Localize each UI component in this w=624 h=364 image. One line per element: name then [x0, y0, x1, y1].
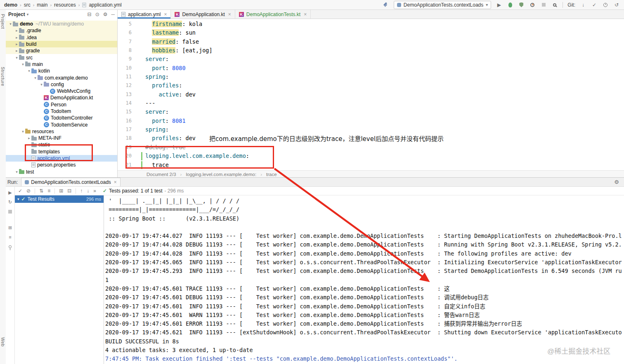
- tree-collapsed-arrow[interactable]: ▸: [14, 28, 19, 33]
- tree-expanded-arrow[interactable]: ▾: [21, 129, 25, 134]
- tree-item-kotlin[interactable]: ▾kotlin: [6, 68, 117, 74]
- next-failed-test-icon[interactable]: ↓: [87, 188, 89, 194]
- settings-gear-icon[interactable]: ⚙: [103, 12, 108, 17]
- code-line-15[interactable]: 15server:: [118, 108, 624, 116]
- tree-item-person-properties[interactable]: person.properties: [6, 162, 117, 168]
- code-line-16[interactable]: 16 port: 8081: [118, 117, 624, 125]
- breadcrumb-item[interactable]: src: [24, 2, 31, 8]
- tab-close-icon[interactable]: ×: [304, 12, 307, 17]
- tree-collapsed-arrow[interactable]: ▸: [27, 136, 31, 140]
- tree-item-com-example-demo[interactable]: ▾com.example.demo: [6, 74, 117, 81]
- tree-item-gradle[interactable]: ▸.gradle: [6, 27, 117, 34]
- tab-close-icon[interactable]: ×: [228, 12, 231, 17]
- debug-button[interactable]: [507, 2, 513, 8]
- more-actions-icon[interactable]: »: [93, 188, 96, 194]
- sort-alphabetically-icon[interactable]: ⇅: [39, 188, 43, 194]
- tab-demoapplication-kt[interactable]: KDemoApplication.kt×: [171, 10, 235, 19]
- tree-collapsed-arrow[interactable]: ▸: [14, 35, 19, 40]
- breadcrumb-item[interactable]: logging.level.com.example.demo:: [186, 172, 256, 177]
- tree-expanded-arrow[interactable]: ▾: [17, 197, 19, 201]
- tree-item-static[interactable]: static: [6, 141, 117, 148]
- tree-item-meta-inf[interactable]: ▸META-INF: [6, 135, 117, 141]
- tree-expanded-arrow[interactable]: ▾: [39, 82, 44, 87]
- rerun-button[interactable]: ▶: [8, 190, 12, 195]
- code-line-20[interactable]: 20logging.level.com.example.demo:: [118, 152, 624, 160]
- show-passed-icon[interactable]: ✓: [18, 188, 22, 194]
- settings-gear-icon[interactable]: ⚙: [614, 179, 619, 185]
- rollback-button[interactable]: ↺: [613, 2, 620, 8]
- options-menu-button[interactable]: ≡: [9, 235, 11, 240]
- stop-button[interactable]: [8, 209, 12, 214]
- tree-item-main[interactable]: ▾main: [6, 61, 117, 68]
- breadcrumb-item[interactable]: application.yml: [89, 2, 121, 8]
- previous-failed-test-icon[interactable]: ↑: [80, 188, 83, 194]
- code-line-5[interactable]: 5 firstname: kola: [118, 20, 624, 28]
- tree-item-resources[interactable]: ▾resources: [6, 128, 117, 135]
- tree-item-webmvcconfig[interactable]: CWebMvcConfig: [6, 88, 117, 94]
- tree-item-build[interactable]: ▸build: [6, 41, 117, 47]
- stop-button[interactable]: [540, 2, 547, 8]
- git-update-button[interactable]: ↓: [580, 2, 586, 8]
- tree-item-todoitemcontroller[interactable]: CTodoItemController: [6, 115, 117, 121]
- tab-demoapplicationtests-kt[interactable]: KDemoApplicationTests.kt×: [235, 10, 311, 19]
- breadcrumb-item[interactable]: resources: [54, 2, 76, 8]
- code-line-8[interactable]: 8 hobbies: [eat,jog]: [118, 46, 624, 55]
- project-panel-title[interactable]: Project: [8, 12, 25, 17]
- tree-item-todoitem[interactable]: CTodoItem: [6, 108, 117, 115]
- tree-expanded-arrow[interactable]: ▾: [8, 22, 13, 26]
- locate-file-icon[interactable]: ⊙: [95, 12, 99, 17]
- code-line-17[interactable]: 17spring:: [118, 125, 624, 134]
- tree-expanded-arrow[interactable]: ▾: [14, 56, 19, 60]
- tree-item-gradle[interactable]: ▸gradle: [6, 47, 117, 54]
- code-line-9[interactable]: 9server:: [118, 55, 624, 63]
- tree-expanded-arrow[interactable]: ▾: [21, 62, 25, 66]
- tree-item-src[interactable]: ▾src: [6, 54, 117, 61]
- sort-by-duration-icon[interactable]: ≡: [47, 188, 50, 194]
- code-area[interactable]: 5 firstname: kola6 lastname: sun7 marrie…: [118, 19, 624, 170]
- breadcrumb-item[interactable]: demo: [4, 2, 17, 8]
- code-line-13[interactable]: 13 active: dev: [118, 90, 624, 99]
- tree-item-templates[interactable]: templates: [6, 148, 117, 155]
- code-line-21[interactable]: 21 trace: [118, 161, 624, 169]
- tree-item-demo[interactable]: ▾demo~/TWU learning/demo: [6, 21, 117, 27]
- rerun-failed-button[interactable]: ↻: [8, 200, 12, 205]
- git-commit-button[interactable]: ✓: [591, 2, 598, 8]
- code-line-14[interactable]: 14---: [118, 99, 624, 108]
- code-line-6[interactable]: 6 lastname: sun: [118, 28, 624, 37]
- tree-item-config[interactable]: ▾config: [6, 81, 117, 88]
- test-results-row[interactable]: ▾ ✓ Test Results 296 ms: [15, 195, 104, 203]
- code-line-11[interactable]: 11spring:: [118, 73, 624, 81]
- tool-window-structure-button[interactable]: Structure: [0, 67, 5, 86]
- console-output[interactable]: ' |____| .__|_| |_|_| |_\__, | / / / / =…: [104, 195, 624, 364]
- breadcrumb-item[interactable]: trace: [266, 172, 277, 177]
- collapse-all-icon[interactable]: ⊟: [87, 12, 92, 17]
- code-line-19[interactable]: 19#debug: true: [118, 143, 624, 152]
- coverage-button[interactable]: [518, 2, 525, 8]
- tree-item-idea[interactable]: ▸.idea: [6, 34, 117, 41]
- collapse-all-icon[interactable]: ⊟: [67, 188, 71, 194]
- tree-item-person[interactable]: CPerson: [6, 101, 117, 108]
- tree-item-demoapplication-kt[interactable]: KDemoApplication.kt: [6, 94, 117, 101]
- run-tab[interactable]: DemoApplicationTests.contextLoads ×: [21, 178, 120, 186]
- show-ignored-icon[interactable]: ⊘: [26, 188, 31, 194]
- tree-item-test[interactable]: ▾test: [6, 169, 117, 175]
- build-button[interactable]: [383, 2, 389, 8]
- run-configuration-select[interactable]: DemoApplicationTests.contextLoads ▾: [394, 1, 491, 9]
- tree-item-application-yml[interactable]: application.yml: [6, 155, 117, 162]
- search-everywhere-button[interactable]: [551, 2, 558, 8]
- tree-expanded-arrow[interactable]: ▾: [14, 170, 19, 174]
- run-button[interactable]: ▶: [496, 2, 502, 8]
- tree-expanded-arrow[interactable]: ▾: [27, 69, 31, 73]
- tree-expanded-arrow[interactable]: ▾: [33, 76, 38, 80]
- profiler-button[interactable]: [529, 2, 536, 8]
- hide-panel-icon[interactable]: ─: [111, 12, 115, 17]
- code-line-10[interactable]: 10 port: 8080: [118, 64, 624, 73]
- tab-close-icon[interactable]: ×: [114, 179, 117, 185]
- layout-settings-button[interactable]: ⊞: [8, 225, 12, 230]
- breadcrumb-item[interactable]: main: [37, 2, 47, 8]
- tree-collapsed-arrow[interactable]: ▸: [14, 49, 19, 53]
- history-button[interactable]: [602, 2, 609, 8]
- tool-window-web-button[interactable]: Web: [0, 337, 5, 347]
- tree-item-todoitemservice[interactable]: CTodoItemService: [6, 121, 117, 128]
- tool-window-project-button[interactable]: Project: [0, 14, 5, 29]
